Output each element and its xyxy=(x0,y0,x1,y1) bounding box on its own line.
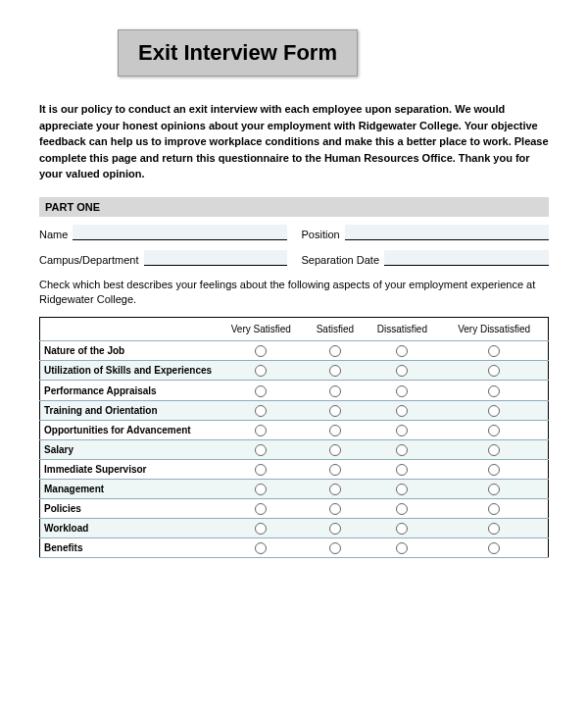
radio-option[interactable] xyxy=(255,503,267,515)
name-label: Name xyxy=(39,229,68,240)
header-very-satisfied: Very Satisfied xyxy=(217,318,307,341)
table-row: Policies xyxy=(40,499,549,519)
instructions-text: Check which best describes your feelings… xyxy=(39,278,549,308)
radio-option[interactable] xyxy=(396,405,408,417)
campus-label: Campus/Department xyxy=(39,254,139,266)
radio-option[interactable] xyxy=(255,405,267,417)
radio-option[interactable] xyxy=(255,345,267,357)
radio-option[interactable] xyxy=(329,542,341,554)
table-row: Immediate Supervisor xyxy=(40,459,549,479)
radio-option[interactable] xyxy=(255,484,267,495)
table-row: Training and Orientation xyxy=(40,400,549,420)
table-row: Salary xyxy=(40,439,549,459)
radio-option[interactable] xyxy=(396,345,408,357)
radio-option[interactable] xyxy=(488,385,500,397)
radio-option[interactable] xyxy=(329,365,341,377)
form-title: Exit Interview Form xyxy=(138,40,337,66)
position-input[interactable] xyxy=(345,225,549,240)
intro-paragraph: It is our policy to conduct an exit inte… xyxy=(39,101,549,182)
radio-option[interactable] xyxy=(255,385,267,397)
radio-option[interactable] xyxy=(255,365,267,377)
radio-option[interactable] xyxy=(255,542,267,554)
field-row-2: Campus/Department Separation Date xyxy=(39,250,549,266)
position-label: Position xyxy=(302,229,340,240)
radio-option[interactable] xyxy=(329,484,341,495)
radio-option[interactable] xyxy=(329,425,341,436)
radio-option[interactable] xyxy=(488,484,500,495)
radio-option[interactable] xyxy=(488,523,500,535)
row-label: Policies xyxy=(40,499,217,519)
header-dissatisfied: Dissatisfied xyxy=(365,318,441,341)
form-title-box: Exit Interview Form xyxy=(118,29,358,77)
radio-option[interactable] xyxy=(396,385,408,397)
part-one-header: PART ONE xyxy=(39,197,549,217)
table-row: Nature of the Job xyxy=(40,341,549,361)
header-empty xyxy=(40,318,217,341)
radio-option[interactable] xyxy=(396,425,408,436)
radio-option[interactable] xyxy=(488,542,500,554)
radio-option[interactable] xyxy=(488,464,500,476)
separation-input[interactable] xyxy=(384,250,549,266)
table-row: Workload xyxy=(40,519,549,538)
header-very-dissatisfied: Very Dissatisfied xyxy=(440,318,548,341)
row-label: Salary xyxy=(40,439,217,459)
table-row: Benefits xyxy=(40,538,549,558)
row-label: Workload xyxy=(40,519,217,538)
row-label: Opportunities for Advancement xyxy=(40,420,217,439)
radio-option[interactable] xyxy=(255,464,267,476)
table-row: Utilization of Skills and Experiences xyxy=(40,361,549,381)
radio-option[interactable] xyxy=(488,405,500,417)
table-row: Management xyxy=(40,479,549,498)
radio-option[interactable] xyxy=(329,503,341,515)
radio-option[interactable] xyxy=(396,484,408,495)
table-header-row: Very Satisfied Satisfied Dissatisfied Ve… xyxy=(40,318,549,341)
radio-option[interactable] xyxy=(396,365,408,377)
row-label: Management xyxy=(40,479,217,498)
row-label: Performance Appraisals xyxy=(40,381,217,400)
radio-option[interactable] xyxy=(329,405,341,417)
radio-option[interactable] xyxy=(329,444,341,456)
radio-option[interactable] xyxy=(255,425,267,436)
radio-option[interactable] xyxy=(396,523,408,535)
row-label: Benefits xyxy=(40,538,217,558)
row-label: Training and Orientation xyxy=(40,400,217,420)
radio-option[interactable] xyxy=(396,542,408,554)
campus-field: Campus/Department xyxy=(39,250,287,266)
separation-field: Separation Date xyxy=(302,250,550,266)
row-label: Nature of the Job xyxy=(40,341,217,361)
header-satisfied: Satisfied xyxy=(306,318,365,341)
radio-option[interactable] xyxy=(488,444,500,456)
position-field: Position xyxy=(302,225,550,240)
field-row-1: Name Position xyxy=(39,225,549,240)
name-field: Name xyxy=(39,225,287,240)
radio-option[interactable] xyxy=(396,444,408,456)
radio-option[interactable] xyxy=(488,425,500,436)
radio-option[interactable] xyxy=(329,345,341,357)
radio-option[interactable] xyxy=(255,523,267,535)
radio-option[interactable] xyxy=(396,503,408,515)
radio-option[interactable] xyxy=(488,345,500,357)
radio-option[interactable] xyxy=(488,365,500,377)
radio-option[interactable] xyxy=(329,464,341,476)
row-label: Utilization of Skills and Experiences xyxy=(40,361,217,381)
radio-option[interactable] xyxy=(329,385,341,397)
radio-option[interactable] xyxy=(255,444,267,456)
campus-input[interactable] xyxy=(144,250,287,266)
table-row: Opportunities for Advancement xyxy=(40,420,549,439)
row-label: Immediate Supervisor xyxy=(40,459,217,479)
radio-option[interactable] xyxy=(396,464,408,476)
name-input[interactable] xyxy=(73,225,286,240)
rating-table: Very Satisfied Satisfied Dissatisfied Ve… xyxy=(39,317,549,558)
table-row: Performance Appraisals xyxy=(40,381,549,400)
radio-option[interactable] xyxy=(488,503,500,515)
separation-label: Separation Date xyxy=(302,254,380,266)
radio-option[interactable] xyxy=(329,523,341,535)
